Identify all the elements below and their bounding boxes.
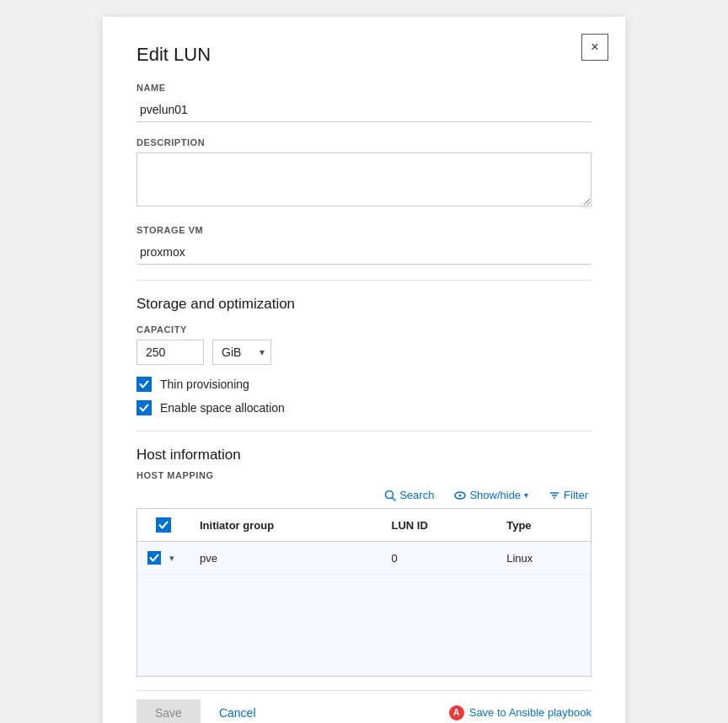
col-lun-id: LUN ID xyxy=(382,509,497,542)
host-mapping-table-wrap: Initiator group LUN ID Type xyxy=(136,508,592,677)
storage-vm-label: STORAGE VM xyxy=(136,225,592,235)
ansible-icon: A xyxy=(449,705,464,720)
show-hide-label: Show/hide xyxy=(469,489,521,501)
thin-provisioning-row: Thin provisioning xyxy=(136,377,592,392)
unit-select[interactable]: GiB TiB MiB xyxy=(212,340,271,365)
ansible-label: Save to Ansible playbook xyxy=(469,706,592,719)
row-type: Linux xyxy=(496,542,591,575)
space-allocation-row: Enable space allocation xyxy=(136,400,592,415)
filter-label: Filter xyxy=(564,489,588,501)
col-select xyxy=(137,509,190,542)
close-button[interactable]: × xyxy=(581,34,608,61)
capacity-input[interactable] xyxy=(136,340,204,365)
row-checkbox[interactable] xyxy=(147,551,161,565)
divider-2 xyxy=(136,431,592,431)
edit-lun-modal: × Edit LUN NAME DESCRIPTION STORAGE VM p… xyxy=(103,17,625,723)
save-button[interactable]: Save xyxy=(136,699,201,724)
table-empty-row xyxy=(137,575,591,676)
table-row: ▾ pve 0 Linux xyxy=(137,542,591,575)
description-label: DESCRIPTION xyxy=(136,137,592,147)
cancel-button[interactable]: Cancel xyxy=(211,699,265,724)
footer-bar: Save Cancel A Save to Ansible playbook xyxy=(136,690,592,724)
name-input[interactable] xyxy=(136,98,592,122)
row-lun-id: 0 xyxy=(382,542,497,575)
search-button[interactable]: Search xyxy=(381,487,437,503)
chevron-down-icon: ▾ xyxy=(524,490,528,500)
name-label: NAME xyxy=(136,83,592,93)
host-mapping-label: HOST MAPPING xyxy=(136,470,592,480)
filter-button[interactable]: Filter xyxy=(545,487,592,503)
divider-1 xyxy=(136,280,592,281)
modal-title: Edit LUN xyxy=(136,44,592,66)
col-initiator-group: Initiator group xyxy=(190,509,382,542)
host-section-title: Host information xyxy=(136,447,592,463)
name-field-group: NAME xyxy=(136,83,592,122)
select-all-checkbox[interactable] xyxy=(156,517,171,533)
show-hide-button[interactable]: Show/hide ▾ xyxy=(451,487,532,503)
col-type: Type xyxy=(496,509,591,542)
ansible-button[interactable]: A Save to Ansible playbook xyxy=(449,705,592,720)
search-label: Search xyxy=(399,489,434,501)
row-initiator-group: pve xyxy=(190,542,382,575)
storage-vm-field-group: STORAGE VM proxmox xyxy=(136,225,592,265)
table-actions-bar: Search Show/hide ▾ Filter xyxy=(136,487,592,503)
filter-icon xyxy=(549,490,560,501)
svg-line-1 xyxy=(393,497,396,501)
svg-point-3 xyxy=(459,494,462,496)
storage-vm-value: proxmox xyxy=(136,240,592,265)
unit-select-wrap: GiB TiB MiB xyxy=(212,340,271,365)
description-input[interactable] xyxy=(136,153,592,206)
capacity-row: GiB TiB MiB xyxy=(136,340,592,365)
space-allocation-label: Enable space allocation xyxy=(160,401,285,415)
eye-icon xyxy=(454,490,466,501)
table-empty-area xyxy=(137,575,591,676)
thin-provisioning-checkbox[interactable] xyxy=(136,377,152,392)
table-header-row: Initiator group LUN ID Type xyxy=(137,509,591,542)
row-select-cell: ▾ xyxy=(137,542,190,575)
storage-section-title: Storage and optimization xyxy=(136,296,592,313)
space-allocation-checkbox[interactable] xyxy=(136,400,152,415)
search-icon xyxy=(384,490,396,501)
description-field-group: DESCRIPTION xyxy=(136,137,592,210)
row-expand-btn[interactable]: ▾ xyxy=(164,550,179,565)
capacity-label: CAPACITY xyxy=(136,324,592,335)
host-mapping-table: Initiator group LUN ID Type xyxy=(137,509,591,676)
close-icon: × xyxy=(591,40,598,55)
thin-provisioning-label: Thin provisioning xyxy=(160,378,249,391)
